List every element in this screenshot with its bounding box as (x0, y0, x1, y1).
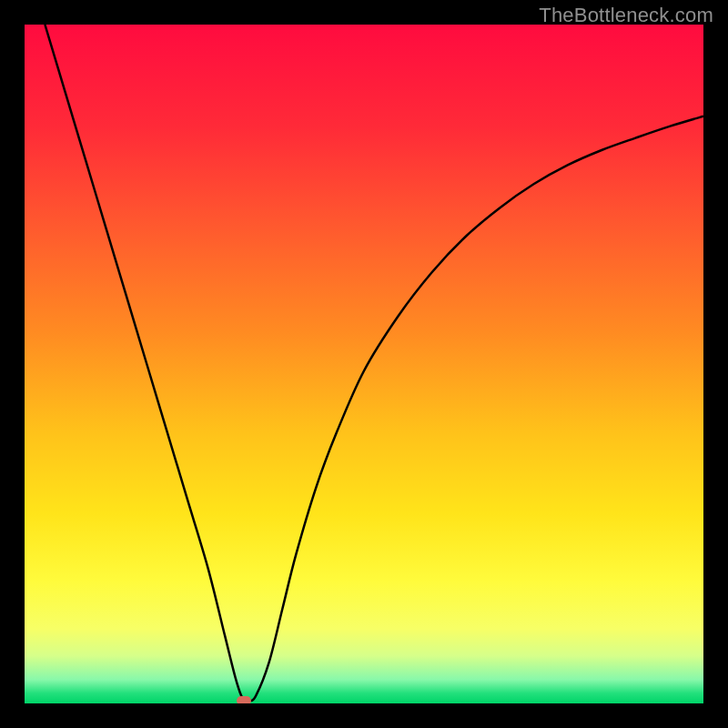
bottleneck-curve (25, 25, 703, 703)
watermark-text: TheBottleneck.com (539, 4, 713, 27)
chart-frame: TheBottleneck.com (0, 0, 728, 728)
plot-area (25, 25, 703, 703)
optimal-point-marker (237, 696, 251, 703)
